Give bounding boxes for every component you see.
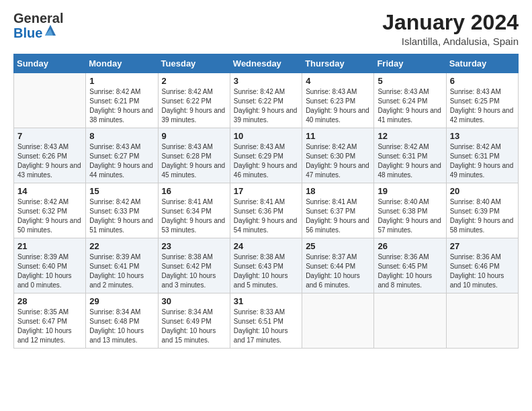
header-sunday: Sunday	[14, 54, 86, 73]
day-number: 14	[17, 186, 82, 196]
header-saturday: Saturday	[446, 54, 518, 73]
day-number: 7	[17, 131, 82, 141]
day-number: 13	[450, 131, 515, 141]
logo: General Blue	[13, 11, 63, 40]
day-info: Sunrise: 8:42 AM Sunset: 6:22 PM Dayligh…	[234, 87, 298, 125]
day-number: 22	[89, 241, 154, 251]
calendar-cell: 29Sunrise: 8:34 AM Sunset: 6:48 PM Dayli…	[86, 293, 158, 349]
calendar-cell: 7Sunrise: 8:43 AM Sunset: 6:26 PM Daylig…	[14, 128, 86, 183]
day-info: Sunrise: 8:33 AM Sunset: 6:51 PM Dayligh…	[234, 308, 298, 345]
calendar-cell: 27Sunrise: 8:36 AM Sunset: 6:46 PM Dayli…	[446, 238, 518, 293]
calendar-cell: 5Sunrise: 8:43 AM Sunset: 6:24 PM Daylig…	[374, 73, 446, 128]
page-header: General Blue January 2024 Islantilla, An…	[13, 11, 519, 47]
day-info: Sunrise: 8:43 AM Sunset: 6:23 PM Dayligh…	[306, 87, 370, 125]
day-info: Sunrise: 8:37 AM Sunset: 6:44 PM Dayligh…	[306, 253, 370, 290]
calendar-cell: 18Sunrise: 8:41 AM Sunset: 6:37 PM Dayli…	[302, 183, 374, 238]
calendar-week-row: 7Sunrise: 8:43 AM Sunset: 6:26 PM Daylig…	[14, 128, 519, 183]
calendar-cell: 25Sunrise: 8:37 AM Sunset: 6:44 PM Dayli…	[302, 238, 374, 293]
day-number: 3	[234, 76, 298, 86]
day-number: 4	[306, 76, 370, 86]
day-number: 31	[234, 296, 298, 306]
day-number: 24	[234, 241, 298, 251]
day-number: 29	[89, 296, 154, 306]
day-number: 1	[89, 76, 154, 86]
day-info: Sunrise: 8:38 AM Sunset: 6:42 PM Dayligh…	[162, 253, 226, 290]
calendar-cell: 2Sunrise: 8:42 AM Sunset: 6:22 PM Daylig…	[158, 73, 230, 128]
title-area: January 2024 Islantilla, Andalusia, Spai…	[382, 11, 519, 47]
day-info: Sunrise: 8:42 AM Sunset: 6:22 PM Dayligh…	[162, 87, 226, 125]
calendar-cell: 15Sunrise: 8:42 AM Sunset: 6:33 PM Dayli…	[86, 183, 158, 238]
calendar-cell: 9Sunrise: 8:43 AM Sunset: 6:28 PM Daylig…	[158, 128, 230, 183]
calendar-cell: 4Sunrise: 8:43 AM Sunset: 6:23 PM Daylig…	[302, 73, 374, 128]
day-info: Sunrise: 8:43 AM Sunset: 6:28 PM Dayligh…	[162, 142, 226, 180]
day-info: Sunrise: 8:35 AM Sunset: 6:47 PM Dayligh…	[17, 308, 82, 345]
calendar-week-row: 28Sunrise: 8:35 AM Sunset: 6:47 PM Dayli…	[14, 293, 519, 349]
logo-blue: Blue	[13, 26, 42, 40]
day-number: 30	[162, 296, 226, 306]
header-thursday: Thursday	[302, 54, 374, 73]
day-info: Sunrise: 8:34 AM Sunset: 6:49 PM Dayligh…	[162, 308, 226, 345]
day-info: Sunrise: 8:41 AM Sunset: 6:36 PM Dayligh…	[234, 197, 298, 235]
day-info: Sunrise: 8:42 AM Sunset: 6:31 PM Dayligh…	[450, 142, 515, 180]
calendar-cell: 31Sunrise: 8:33 AM Sunset: 6:51 PM Dayli…	[230, 293, 302, 349]
day-number: 27	[450, 241, 515, 251]
day-info: Sunrise: 8:38 AM Sunset: 6:43 PM Dayligh…	[234, 253, 298, 290]
calendar-cell: 6Sunrise: 8:43 AM Sunset: 6:25 PM Daylig…	[446, 73, 518, 128]
day-number: 21	[17, 241, 82, 251]
day-number: 8	[89, 131, 154, 141]
logo-text: General Blue	[13, 11, 63, 40]
calendar-week-row: 14Sunrise: 8:42 AM Sunset: 6:32 PM Dayli…	[14, 183, 519, 238]
calendar-cell: 16Sunrise: 8:41 AM Sunset: 6:34 PM Dayli…	[158, 183, 230, 238]
day-number: 20	[450, 186, 515, 196]
day-info: Sunrise: 8:41 AM Sunset: 6:34 PM Dayligh…	[162, 197, 226, 235]
day-info: Sunrise: 8:36 AM Sunset: 6:45 PM Dayligh…	[378, 253, 442, 290]
header-tuesday: Tuesday	[158, 54, 230, 73]
calendar-cell	[14, 73, 86, 128]
day-info: Sunrise: 8:42 AM Sunset: 6:32 PM Dayligh…	[17, 197, 82, 235]
calendar-cell	[374, 293, 446, 349]
day-number: 12	[378, 131, 442, 141]
month-title: January 2024	[382, 11, 519, 34]
day-info: Sunrise: 8:41 AM Sunset: 6:37 PM Dayligh…	[306, 197, 370, 235]
calendar-cell: 19Sunrise: 8:40 AM Sunset: 6:38 PM Dayli…	[374, 183, 446, 238]
calendar-week-row: 21Sunrise: 8:39 AM Sunset: 6:40 PM Dayli…	[14, 238, 519, 293]
calendar-cell: 24Sunrise: 8:38 AM Sunset: 6:43 PM Dayli…	[230, 238, 302, 293]
header-friday: Friday	[374, 54, 446, 73]
day-info: Sunrise: 8:43 AM Sunset: 6:27 PM Dayligh…	[89, 142, 154, 180]
calendar-cell: 20Sunrise: 8:40 AM Sunset: 6:39 PM Dayli…	[446, 183, 518, 238]
day-info: Sunrise: 8:42 AM Sunset: 6:21 PM Dayligh…	[89, 87, 154, 125]
calendar-cell	[302, 293, 374, 349]
calendar-header-row: Sunday Monday Tuesday Wednesday Thursday…	[14, 54, 519, 73]
calendar-cell: 12Sunrise: 8:42 AM Sunset: 6:31 PM Dayli…	[374, 128, 446, 183]
day-info: Sunrise: 8:43 AM Sunset: 6:26 PM Dayligh…	[17, 142, 82, 180]
calendar-cell: 22Sunrise: 8:39 AM Sunset: 6:41 PM Dayli…	[86, 238, 158, 293]
day-number: 11	[306, 131, 370, 141]
day-number: 15	[89, 186, 154, 196]
day-number: 2	[162, 76, 226, 86]
day-info: Sunrise: 8:42 AM Sunset: 6:31 PM Dayligh…	[378, 142, 442, 180]
calendar-cell: 17Sunrise: 8:41 AM Sunset: 6:36 PM Dayli…	[230, 183, 302, 238]
day-info: Sunrise: 8:40 AM Sunset: 6:39 PM Dayligh…	[450, 197, 515, 235]
day-number: 26	[378, 241, 442, 251]
day-info: Sunrise: 8:34 AM Sunset: 6:48 PM Dayligh…	[89, 308, 154, 345]
day-info: Sunrise: 8:36 AM Sunset: 6:46 PM Dayligh…	[450, 253, 515, 290]
day-number: 25	[306, 241, 370, 251]
day-info: Sunrise: 8:42 AM Sunset: 6:33 PM Dayligh…	[89, 197, 154, 235]
day-info: Sunrise: 8:40 AM Sunset: 6:38 PM Dayligh…	[378, 197, 442, 235]
logo-icon	[44, 24, 57, 37]
day-info: Sunrise: 8:39 AM Sunset: 6:40 PM Dayligh…	[17, 253, 82, 290]
day-number: 9	[162, 131, 226, 141]
day-number: 6	[450, 76, 515, 86]
day-info: Sunrise: 8:43 AM Sunset: 6:29 PM Dayligh…	[234, 142, 298, 180]
calendar-cell: 3Sunrise: 8:42 AM Sunset: 6:22 PM Daylig…	[230, 73, 302, 128]
day-info: Sunrise: 8:39 AM Sunset: 6:41 PM Dayligh…	[89, 253, 154, 290]
location-subtitle: Islantilla, Andalusia, Spain	[382, 36, 519, 47]
day-number: 19	[378, 186, 442, 196]
calendar-cell: 28Sunrise: 8:35 AM Sunset: 6:47 PM Dayli…	[14, 293, 86, 349]
day-number: 18	[306, 186, 370, 196]
day-number: 23	[162, 241, 226, 251]
calendar-cell: 26Sunrise: 8:36 AM Sunset: 6:45 PM Dayli…	[374, 238, 446, 293]
calendar-cell: 21Sunrise: 8:39 AM Sunset: 6:40 PM Dayli…	[14, 238, 86, 293]
day-info: Sunrise: 8:43 AM Sunset: 6:25 PM Dayligh…	[450, 87, 515, 125]
day-number: 17	[234, 186, 298, 196]
